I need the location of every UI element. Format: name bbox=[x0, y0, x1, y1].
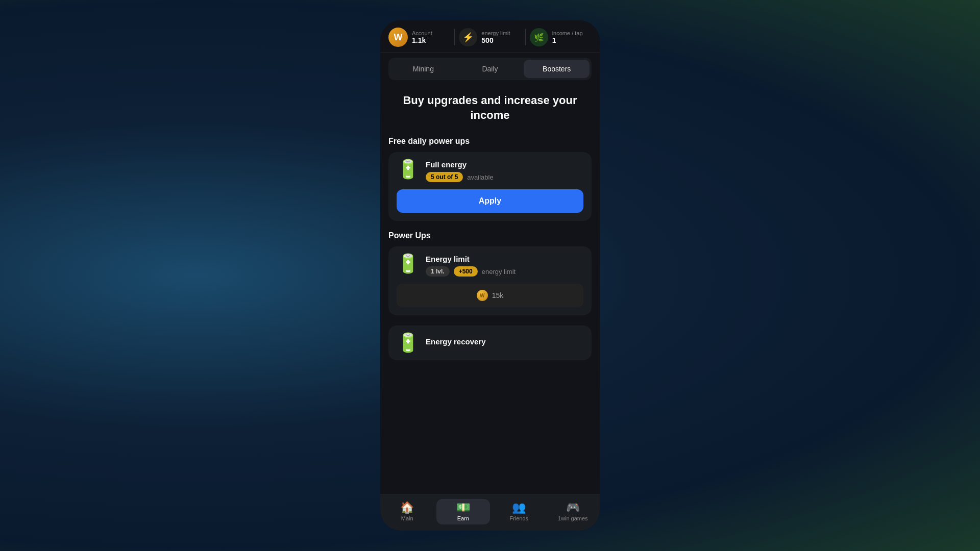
energy-limit-title: Energy limit bbox=[426, 255, 583, 263]
energy-section: ⚡ energy limit 500 bbox=[459, 28, 521, 46]
account-label: Account bbox=[412, 30, 432, 36]
nav-friends[interactable]: 👥 Friends bbox=[492, 499, 546, 524]
account-value: 1.1k bbox=[412, 36, 432, 44]
home-icon: 🏠 bbox=[400, 502, 414, 513]
energy-limit-card: 🔋 Energy limit 1 lvl. +500 energy limit … bbox=[388, 246, 592, 315]
phone-frame: W Account 1.1k ⚡ energy limit 500 🌿 inco… bbox=[380, 20, 600, 531]
full-energy-header: 🔋 Full energy 5 out of 5 available bbox=[397, 160, 583, 182]
energy-limit-badges: 1 lvl. +500 energy limit bbox=[426, 266, 583, 277]
availability-text: available bbox=[467, 173, 493, 181]
nav-main[interactable]: 🏠 Main bbox=[380, 499, 434, 524]
income-icon: 🌿 bbox=[530, 28, 548, 46]
energy-info: energy limit 500 bbox=[481, 30, 510, 44]
nav-main-label: Main bbox=[401, 515, 413, 521]
tabs-bar: Mining Daily Boosters bbox=[388, 58, 592, 80]
energy-limit-cost-button[interactable]: W 15k bbox=[397, 284, 583, 307]
nav-earn-label: Earn bbox=[457, 515, 469, 521]
boost-badge: +500 bbox=[454, 266, 478, 277]
main-content: Buy upgrades and increase your income Fr… bbox=[380, 85, 600, 494]
coin-icon: W bbox=[477, 290, 488, 301]
income-value: 1 bbox=[552, 36, 583, 44]
income-info: income / tap 1 bbox=[552, 30, 583, 44]
full-energy-badges: 5 out of 5 available bbox=[426, 172, 583, 182]
earn-icon: 💵 bbox=[456, 502, 470, 513]
energy-recovery-title: Energy recovery bbox=[426, 337, 486, 346]
tab-mining[interactable]: Mining bbox=[390, 60, 456, 78]
battery-icon: 🔋 bbox=[397, 160, 420, 179]
free-section-label: Free daily power ups bbox=[388, 137, 592, 146]
energy-icon: ⚡ bbox=[459, 28, 477, 46]
income-label: income / tap bbox=[552, 30, 583, 36]
nav-friends-label: Friends bbox=[509, 515, 528, 521]
power-ups-label: Power Ups bbox=[388, 231, 592, 240]
divider-1 bbox=[454, 29, 455, 45]
full-energy-card: 🔋 Full energy 5 out of 5 available Apply bbox=[388, 152, 592, 221]
energy-limit-info: Energy limit 1 lvl. +500 energy limit bbox=[426, 255, 583, 277]
apply-button[interactable]: Apply bbox=[397, 189, 583, 213]
energy-value: 500 bbox=[481, 36, 510, 44]
full-energy-info: Full energy 5 out of 5 available bbox=[426, 160, 583, 182]
avatar: W bbox=[388, 28, 408, 47]
divider-2 bbox=[525, 29, 526, 45]
boost-suffix: energy limit bbox=[482, 268, 516, 276]
energy-limit-icon: 🔋 bbox=[397, 255, 420, 273]
energy-recovery-icon: 🔋 bbox=[397, 334, 420, 352]
bottom-nav: 🏠 Main 💵 Earn 👥 Friends 🎮 1win games bbox=[380, 494, 600, 531]
energy-recovery-card: 🔋 Energy recovery bbox=[388, 325, 592, 360]
page-title: Buy upgrades and increase your income bbox=[388, 93, 592, 122]
full-energy-title: Full energy bbox=[426, 160, 583, 169]
nav-earn[interactable]: 💵 Earn bbox=[436, 499, 491, 524]
energy-limit-cost: 15k bbox=[492, 291, 504, 299]
nav-1win[interactable]: 🎮 1win games bbox=[546, 499, 600, 524]
energy-label: energy limit bbox=[481, 30, 510, 36]
energy-limit-header: 🔋 Energy limit 1 lvl. +500 energy limit bbox=[397, 255, 583, 277]
nav-1win-label: 1win games bbox=[558, 515, 588, 521]
account-info: Account 1.1k bbox=[412, 30, 432, 44]
header: W Account 1.1k ⚡ energy limit 500 🌿 inco… bbox=[380, 20, 600, 53]
level-badge: 1 lvl. bbox=[426, 266, 450, 277]
games-icon: 🎮 bbox=[566, 502, 580, 513]
tab-boosters[interactable]: Boosters bbox=[524, 60, 590, 78]
account-section: W Account 1.1k bbox=[388, 28, 450, 47]
availability-badge: 5 out of 5 bbox=[426, 172, 463, 182]
income-section: 🌿 income / tap 1 bbox=[530, 28, 592, 46]
tab-daily[interactable]: Daily bbox=[457, 60, 523, 78]
friends-icon: 👥 bbox=[512, 502, 526, 513]
